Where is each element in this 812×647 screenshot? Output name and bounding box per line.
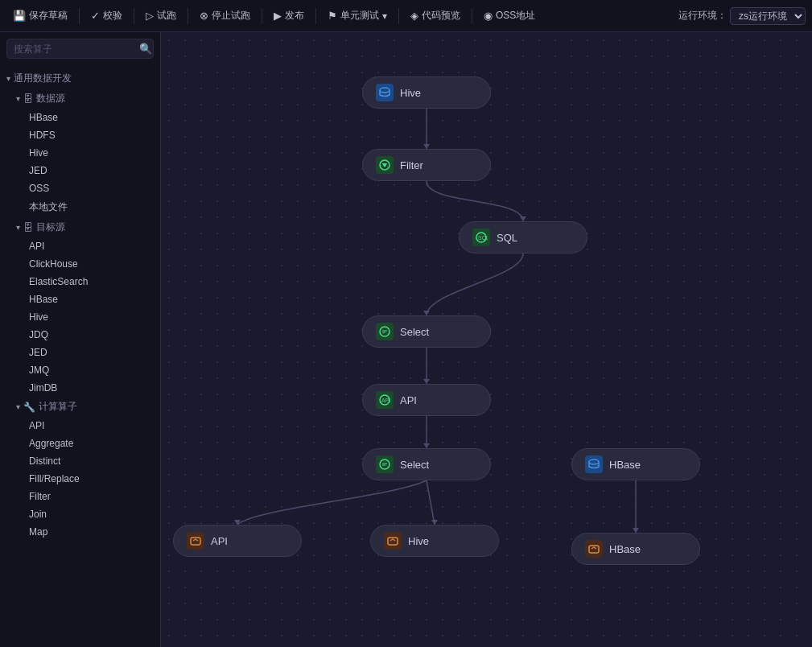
- test-icon: ⚑: [328, 10, 337, 22]
- sidebar-item-jmq[interactable]: JMQ: [0, 361, 160, 379]
- node-api-compute-icon: API: [376, 391, 394, 409]
- validate-button[interactable]: ✓ 校验: [84, 6, 129, 26]
- svg-point-17: [380, 327, 390, 336]
- sidebar-group-compute[interactable]: ▾ 🔧 计算算子: [0, 397, 160, 417]
- sidebar-item-filter[interactable]: Filter: [0, 488, 160, 505]
- flow-canvas: Hive Filter SQL SQL Sele: [161, 32, 812, 647]
- node-filter-icon: [376, 156, 394, 174]
- oss-icon: ◉: [484, 10, 493, 22]
- sidebar-group-targetsource[interactable]: ▾ 🗄 目标源: [0, 217, 160, 237]
- divider: [188, 8, 188, 24]
- sidebar-tree: ▾ 通用数据开发 ▾ 🗄 数据源 HBase HDFS Hive JED OSS…: [0, 65, 160, 647]
- search-input[interactable]: [14, 43, 134, 55]
- sidebar-item-jimdb[interactable]: JimDB: [0, 379, 160, 397]
- svg-line-9: [427, 480, 435, 525]
- save-draft-button[interactable]: 💾 保存草稿: [6, 6, 74, 26]
- arrow-icon: ▾: [16, 223, 20, 232]
- divider: [134, 8, 134, 24]
- node-select1[interactable]: Select: [362, 315, 491, 348]
- node-hive-source[interactable]: Hive: [362, 76, 491, 109]
- sidebar-item-jdq[interactable]: JDQ: [0, 326, 160, 344]
- node-hbase-source[interactable]: HBase: [571, 448, 700, 480]
- node-hive-target-icon: [384, 532, 402, 550]
- sidebar-item-hbase-target[interactable]: HBase: [0, 291, 160, 308]
- code-preview-button[interactable]: ◈ 代码预览: [404, 6, 467, 26]
- sidebar-item-jed-src[interactable]: JED: [0, 162, 160, 179]
- svg-point-13: [380, 88, 390, 93]
- oss-address-button[interactable]: ◉ OSS地址: [477, 6, 542, 26]
- save-icon: 💾: [13, 10, 26, 22]
- divider: [79, 8, 80, 24]
- env-dropdown[interactable]: zs运行环境: [730, 7, 806, 25]
- check-icon: ✓: [91, 10, 100, 22]
- main-layout: 🔍 ▾ 通用数据开发 ▾ 🗄 数据源 HBase HDFS Hive JED O…: [0, 32, 812, 647]
- node-hive-target[interactable]: Hive: [370, 525, 499, 557]
- node-api-target[interactable]: API: [173, 525, 302, 557]
- node-select1-icon: [376, 323, 394, 340]
- divider: [472, 8, 472, 24]
- sidebar-item-jed-target[interactable]: JED: [0, 344, 160, 361]
- compute-icon: 🔧: [23, 402, 35, 413]
- sidebar-item-elasticsearch[interactable]: ElasticSearch: [0, 273, 160, 291]
- node-hbase-target-icon: [585, 540, 603, 558]
- divider: [398, 8, 399, 24]
- sidebar-item-api-compute[interactable]: API: [0, 417, 160, 435]
- canvas-area: Hive Filter SQL SQL Sele: [161, 32, 812, 647]
- sidebar-group-datasource[interactable]: ▾ 🗄 数据源: [0, 89, 160, 109]
- sidebar-item-hdfs[interactable]: HDFS: [0, 126, 160, 144]
- sidebar-item-hbase-src[interactable]: HBase: [0, 109, 160, 126]
- search-bar: 🔍: [6, 39, 154, 59]
- node-select2[interactable]: Select: [362, 448, 491, 480]
- publish-button[interactable]: ▶ 发布: [267, 6, 311, 26]
- node-api-target-icon: [187, 532, 204, 550]
- sidebar-item-clickhouse[interactable]: ClickHouse: [0, 255, 160, 273]
- targetsource-icon: 🗄: [23, 222, 33, 233]
- arrow-icon: ▾: [6, 74, 10, 83]
- arrow-icon: ▾: [16, 402, 20, 411]
- svg-point-20: [380, 459, 390, 469]
- toolbar: 💾 保存草稿 ✓ 校验 ▷ 试跑 ⊗ 停止试跑 ▶ 发布 ⚑ 单元测试 ▾ ◈ …: [0, 0, 812, 32]
- node-sql[interactable]: SQL SQL: [459, 221, 587, 253]
- sidebar-item-api-target[interactable]: API: [0, 237, 160, 255]
- node-filter[interactable]: Filter: [362, 149, 491, 181]
- publish-icon: ▶: [274, 10, 282, 22]
- sidebar-item-fill-replace[interactable]: Fill/Replace: [0, 470, 160, 488]
- sidebar-section-common[interactable]: ▾ 通用数据开发: [0, 68, 160, 89]
- sidebar-item-localfile[interactable]: 本地文件: [0, 197, 160, 217]
- divider: [315, 8, 316, 24]
- node-hbase-target[interactable]: HBase: [571, 533, 700, 565]
- stop-icon: ⊗: [200, 10, 208, 22]
- node-api-compute[interactable]: API API: [362, 384, 491, 416]
- search-icon[interactable]: 🔍: [139, 43, 152, 55]
- dry-run-button[interactable]: ▷ 试跑: [139, 6, 183, 26]
- divider: [262, 8, 262, 24]
- svg-text:API: API: [381, 398, 390, 403]
- sidebar-item-distinct[interactable]: Distinct: [0, 452, 160, 470]
- run-icon: ▷: [146, 10, 154, 22]
- sidebar-item-map[interactable]: Map: [0, 523, 160, 541]
- code-icon: ◈: [410, 10, 418, 22]
- sidebar-item-oss[interactable]: OSS: [0, 179, 160, 197]
- node-sql-icon: SQL: [472, 229, 490, 246]
- datasource-icon: 🗄: [23, 93, 33, 105]
- sidebar: 🔍 ▾ 通用数据开发 ▾ 🗄 数据源 HBase HDFS Hive JED O…: [0, 32, 161, 647]
- sidebar-item-hive-src[interactable]: Hive: [0, 144, 160, 162]
- sidebar-item-join[interactable]: Join: [0, 505, 160, 523]
- unit-test-button[interactable]: ⚑ 单元测试 ▾: [321, 6, 394, 26]
- sidebar-item-aggregate[interactable]: Aggregate: [0, 435, 160, 452]
- arrow-icon: ▾: [16, 94, 20, 103]
- sidebar-item-hive-target[interactable]: Hive: [0, 308, 160, 326]
- node-select2-icon: [376, 455, 394, 473]
- node-hbase-source-icon: [585, 455, 603, 473]
- env-selector: 运行环境： zs运行环境: [678, 7, 806, 25]
- svg-text:SQL: SQL: [478, 235, 488, 241]
- svg-point-21: [589, 459, 599, 464]
- stop-dry-run-button[interactable]: ⊗ 停止试跑: [193, 6, 257, 26]
- node-hive-source-icon: [376, 84, 394, 101]
